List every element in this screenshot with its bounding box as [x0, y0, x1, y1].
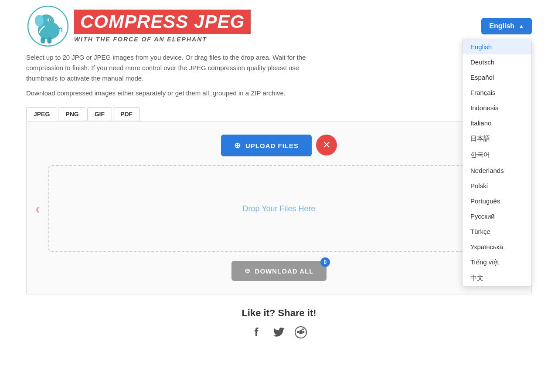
logo-text-area: COMPRESS JPEG WITH THE FORCE OF AN ELEPH…: [74, 10, 251, 43]
upload-button-label: UPLOAD FILES: [245, 142, 299, 149]
language-button[interactable]: English ▲: [481, 18, 532, 34]
language-selector[interactable]: English ▲ EnglishDeutschEspañolFrançaisI…: [481, 18, 532, 34]
language-option-pl[interactable]: Polski: [463, 178, 531, 193]
description-line2: Download compressed images either separa…: [26, 88, 323, 98]
language-dropdown: EnglishDeutschEspañolFrançaisIndonesiaIt…: [462, 39, 532, 287]
reddit-share-button[interactable]: [294, 326, 307, 342]
svg-point-5: [49, 19, 50, 20]
twitter-share-button[interactable]: [272, 326, 286, 342]
upload-icon: ⊕: [234, 141, 241, 150]
upload-button[interactable]: ⊕ UPLOAD FILES: [221, 135, 312, 156]
clear-button[interactable]: ✕: [316, 135, 337, 155]
language-option-uk[interactable]: Українська: [463, 239, 531, 254]
language-option-fr[interactable]: Français: [463, 85, 531, 100]
carousel-left-arrow[interactable]: ‹: [35, 201, 40, 217]
logo-title: COMPRESS JPEG: [74, 10, 251, 34]
drop-zone[interactable]: Drop Your Files Here: [48, 165, 510, 252]
share-section: Like it? Share it!: [0, 294, 558, 351]
svg-point-14: [303, 329, 303, 330]
language-option-pt[interactable]: Português: [463, 193, 531, 209]
carousel-container: ‹ Drop Your Files Here ›: [35, 165, 523, 252]
language-option-en[interactable]: English: [463, 39, 531, 54]
language-option-ja[interactable]: 日本語: [463, 131, 531, 147]
drop-zone-text: Drop Your Files Here: [242, 204, 315, 213]
language-option-it[interactable]: Italiano: [463, 115, 531, 131]
tool-area: ⊕ UPLOAD FILES ✕ ‹ Drop Your Files Here …: [26, 121, 532, 294]
chevron-up-icon: ▲: [519, 23, 524, 29]
download-icon: ⊖: [245, 267, 251, 275]
elephant-logo: [26, 4, 70, 48]
facebook-share-button[interactable]: [251, 326, 264, 342]
download-badge: 0: [320, 257, 330, 267]
close-icon: ✕: [323, 139, 330, 151]
svg-point-15: [303, 331, 305, 333]
share-title: Like it? Share it!: [0, 308, 558, 319]
action-buttons-row: ⊕ UPLOAD FILES ✕: [35, 135, 523, 156]
tab-png[interactable]: PNG: [58, 107, 86, 121]
social-icons: [0, 326, 558, 342]
language-selected-label: English: [489, 22, 514, 30]
language-option-ko[interactable]: 한국어: [463, 147, 531, 163]
logo-area: COMPRESS JPEG WITH THE FORCE OF AN ELEPH…: [26, 4, 251, 48]
svg-point-16: [297, 331, 299, 333]
description-line1: Select up to 20 JPG or JPEG images from …: [26, 52, 323, 84]
language-option-id[interactable]: Indonesia: [463, 100, 531, 115]
svg-rect-7: [47, 37, 51, 44]
language-option-zh[interactable]: 中文: [463, 270, 531, 286]
tab-gif[interactable]: GIF: [87, 107, 112, 121]
logo-subtitle: WITH THE FORCE OF AN ELEPHANT: [74, 36, 251, 43]
svg-point-3: [35, 15, 44, 27]
tab-bar: JPEG PNG GIF PDF SVG Converter: [26, 107, 532, 121]
language-option-tr[interactable]: Türkçe: [463, 224, 531, 239]
download-row: ⊖ DOWNLOAD ALL 0: [35, 261, 523, 281]
download-all-button[interactable]: ⊖ DOWNLOAD ALL 0: [231, 261, 327, 281]
tab-jpeg[interactable]: JPEG: [26, 107, 57, 121]
language-option-nl[interactable]: Nederlands: [463, 163, 531, 178]
language-option-ru[interactable]: Русский: [463, 209, 531, 224]
description: Select up to 20 JPG or JPEG images from …: [26, 52, 323, 98]
language-option-vi[interactable]: Tiếng việt: [463, 254, 531, 270]
download-all-label: DOWNLOAD ALL: [255, 267, 314, 275]
language-option-es[interactable]: Español: [463, 70, 531, 85]
tab-pdf[interactable]: PDF: [113, 107, 140, 121]
header: COMPRESS JPEG WITH THE FORCE OF AN ELEPH…: [0, 0, 558, 52]
language-option-de[interactable]: Deutsch: [463, 54, 531, 70]
svg-rect-6: [41, 37, 45, 44]
